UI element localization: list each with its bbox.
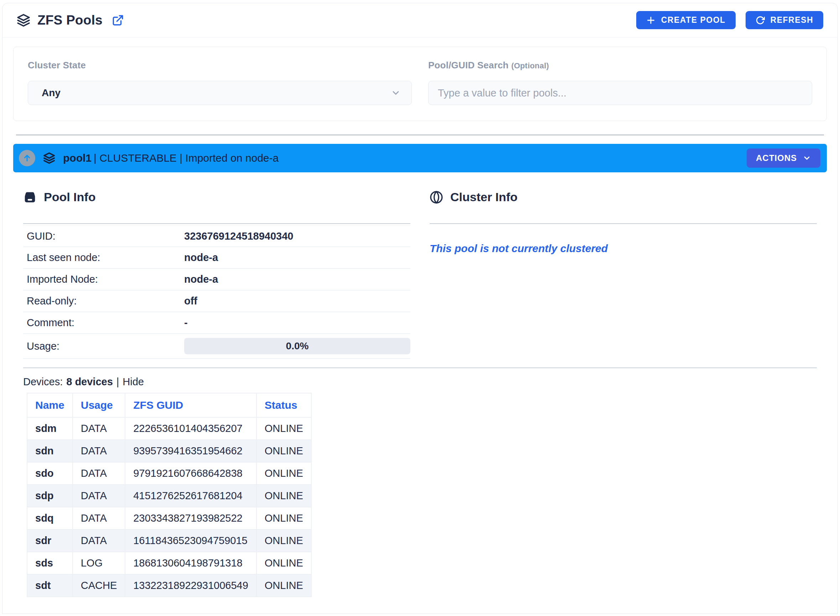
device-zfs-guid: 1868130604198791318 [125,552,257,574]
device-name: sdq [27,507,73,529]
devices-header-row: Name Usage ZFS GUID Status [27,393,311,417]
pool-info-row-value: - [184,317,410,329]
pool-info-row-value: off [184,295,410,307]
device-name: sdm [27,417,73,440]
hide-devices-link[interactable]: Hide [123,376,144,388]
cluster-state-select[interactable]: Any [28,81,412,105]
collapse-toggle[interactable] [19,150,35,166]
page-title: ZFS Pools [37,13,103,28]
devices-count: 8 devices [66,376,113,388]
pool-info-section: Pool Info GUID:3236769124518940340Last s… [23,172,410,359]
device-status: ONLINE [257,529,311,552]
layers-icon [17,13,30,27]
refresh-button[interactable]: REFRESH [746,11,823,29]
pool-info-row-label: Last seen node: [27,252,184,264]
cluster-state-field: Cluster State Any [28,60,412,105]
devices-divider [23,367,817,368]
device-usage: DATA [73,462,125,485]
device-row: sdnDATA9395739416351954662ONLINE [27,440,311,462]
create-pool-label: CREATE POOL [661,15,725,25]
device-status: ONLINE [257,417,311,440]
section-divider [16,135,824,135]
title-group: ZFS Pools [17,13,124,28]
cluster-info-section: Cluster Info This pool is not currently … [430,172,817,359]
device-status: ONLINE [257,574,311,597]
pool-info-usage-row: Usage: 0.0% [23,334,410,359]
usage-label: Usage: [27,340,184,352]
external-link-icon[interactable] [112,14,124,26]
cluster-state-value: Any [42,87,60,99]
device-status: ONLINE [257,485,311,507]
device-usage: CACHE [73,574,125,597]
pool-banner-title: pool1 | CLUSTERABLE | Imported on node-a [63,152,279,164]
pool-info-title: Pool Info [44,190,95,204]
column-header-zfs-guid[interactable]: ZFS GUID [125,393,257,417]
pool-guid-search-label: Pool/GUID Search (Optional) [428,60,812,71]
device-row: sdpDATA4151276252617681204ONLINE [27,485,311,507]
cluster-state-label: Cluster State [28,60,412,71]
device-name: sdn [27,440,73,462]
pool-info-row-value: node-a [184,252,410,264]
actions-label: ACTIONS [756,153,797,163]
actions-button[interactable]: ACTIONS [747,148,820,168]
device-row: sdoDATA9791921607668642838ONLINE [27,462,311,485]
create-pool-button[interactable]: CREATE POOL [636,11,736,29]
devices-separator: | [116,376,119,388]
plus-icon [646,16,655,25]
device-name: sds [27,552,73,574]
column-header-usage[interactable]: Usage [73,393,125,417]
device-row: sdrDATA16118436523094759015ONLINE [27,529,311,552]
pool-guid-search-optional: (Optional) [511,61,549,70]
devices-section: Devices: 8 devices | Hide Name Usage ZFS… [23,376,817,597]
drive-icon [23,191,37,204]
device-row: sdqDATA2303343827193982522ONLINE [27,507,311,529]
device-zfs-guid: 13322318922931006549 [125,574,257,597]
cluster-status-message: This pool is not currently clustered [430,242,817,255]
pool-banner-details: | CLUSTERABLE | Imported on node-a [94,152,279,164]
header-actions: CREATE POOL REFRESH [636,11,823,29]
pool-info-row: GUID:3236769124518940340 [23,225,410,247]
device-name: sdo [27,462,73,485]
device-usage: DATA [73,529,125,552]
pool-info-row-label: GUID: [27,230,184,242]
refresh-icon [756,16,765,25]
device-name: sdr [27,529,73,552]
devices-table: Name Usage ZFS GUID Status sdmDATA222653… [27,393,312,597]
device-status: ONLINE [257,440,311,462]
device-row: sdsLOG1868130604198791318ONLINE [27,552,311,574]
pool-info-row: Imported Node:node-a [23,269,410,290]
device-usage: DATA [73,485,125,507]
zfs-pools-page: ZFS Pools CREATE POOL [2,3,838,614]
actions-chevron-down-icon [803,154,811,162]
pool-info-row: Read-only:off [23,290,410,312]
device-status: ONLINE [257,462,311,485]
device-zfs-guid: 4151276252617681204 [125,485,257,507]
pool-info-rule [23,223,410,224]
refresh-label: REFRESH [771,15,813,25]
device-name: sdp [27,485,73,507]
device-zfs-guid: 9791921607668642838 [125,462,257,485]
usage-value: 0.0% [286,340,309,352]
pool-info-row-label: Imported Node: [27,273,184,285]
filter-card: Cluster State Any Pool/GUID Search (Opti… [13,47,827,121]
pool-info-heading: Pool Info [23,190,410,204]
app-header: ZFS Pools CREATE POOL [3,3,837,37]
devices-summary: Devices: 8 devices | Hide [23,376,817,388]
arrow-up-icon [22,154,32,163]
pool-info-row: Last seen node:node-a [23,247,410,269]
device-row: sdtCACHE13322318922931006549ONLINE [27,574,311,597]
pool-layers-icon [43,152,55,164]
pool-info-row: Comment:- [23,312,410,334]
device-row: sdmDATA2226536101404356207ONLINE [27,417,311,440]
pool-banner[interactable]: pool1 | CLUSTERABLE | Imported on node-a… [13,144,827,172]
globe-icon [430,191,443,204]
cluster-info-title: Cluster Info [450,190,518,204]
pool-guid-search-field: Pool/GUID Search (Optional) [428,60,812,105]
pool-info-row-value: node-a [184,273,410,285]
cluster-info-heading: Cluster Info [430,190,817,204]
column-header-status[interactable]: Status [257,393,311,417]
pool-info-row-label: Read-only: [27,295,184,307]
pool-info-row-label: Comment: [27,317,184,329]
column-header-name[interactable]: Name [27,393,73,417]
pool-guid-search-input[interactable] [428,81,812,105]
